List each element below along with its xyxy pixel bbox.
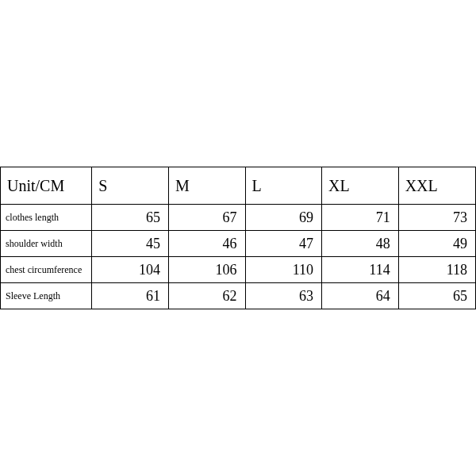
row-label: Sleeve Length	[1, 283, 92, 309]
cell: 106	[168, 257, 245, 283]
cell: 65	[398, 283, 475, 309]
header-xl: XL	[322, 167, 399, 205]
row-label: chest circumference	[1, 257, 92, 283]
cell: 69	[245, 205, 322, 231]
cell: 62	[168, 283, 245, 309]
cell: 110	[245, 257, 322, 283]
header-m: M	[168, 167, 245, 205]
header-s: S	[92, 167, 169, 205]
size-table: Unit/CM S M L XL XXL clothes length 65 6…	[0, 167, 476, 309]
size-chart: Unit/CM S M L XL XXL clothes length 65 6…	[0, 167, 476, 309]
table-row: Sleeve Length 61 62 63 64 65	[1, 283, 476, 309]
table-row: clothes length 65 67 69 71 73	[1, 205, 476, 231]
cell: 47	[245, 231, 322, 257]
header-l: L	[245, 167, 322, 205]
header-unit: Unit/CM	[1, 167, 92, 205]
cell: 61	[92, 283, 169, 309]
table-row: chest circumference 104 106 110 114 118	[1, 257, 476, 283]
header-xxl: XXL	[398, 167, 475, 205]
cell: 48	[322, 231, 399, 257]
table-row: shoulder width 45 46 47 48 49	[1, 231, 476, 257]
cell: 71	[322, 205, 399, 231]
cell: 63	[245, 283, 322, 309]
row-label: shoulder width	[1, 231, 92, 257]
row-label: clothes length	[1, 205, 92, 231]
cell: 45	[92, 231, 169, 257]
header-row: Unit/CM S M L XL XXL	[1, 167, 476, 205]
cell: 49	[398, 231, 475, 257]
cell: 114	[322, 257, 399, 283]
cell: 67	[168, 205, 245, 231]
cell: 73	[398, 205, 475, 231]
cell: 65	[92, 205, 169, 231]
cell: 64	[322, 283, 399, 309]
cell: 118	[398, 257, 475, 283]
cell: 46	[168, 231, 245, 257]
cell: 104	[92, 257, 169, 283]
